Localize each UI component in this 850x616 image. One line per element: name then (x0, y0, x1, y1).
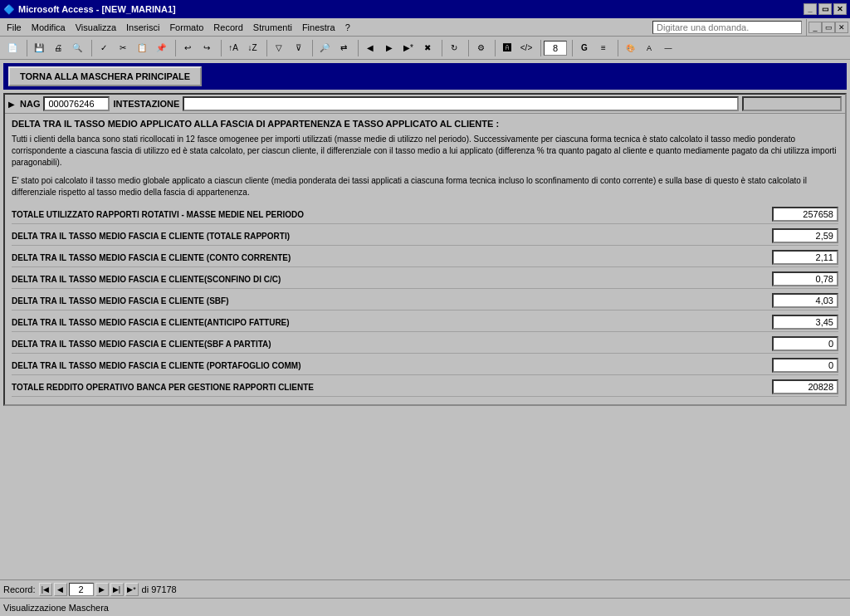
copy-button[interactable]: 📋 (133, 39, 151, 57)
data-row-label-6: DELTA TRA IL TASSO MEDIO FASCIA E CLIENT… (12, 340, 772, 349)
refresh-button[interactable]: ↻ (445, 39, 463, 57)
undo-button[interactable]: ↩ (178, 39, 197, 57)
status-bar: Record: |◀ ◀ 2 ▶ ▶| ▶* di 97178 (0, 579, 850, 598)
data-row-label-5: DELTA TRA IL TASSO MEDIO FASCIA E CLIENT… (12, 318, 772, 327)
top-button-bar: TORNA ALLA MASCHERA PRINCIPALE (3, 63, 847, 90)
data-row-value-7[interactable]: 0 (772, 358, 838, 373)
back-to-main-button[interactable]: TORNA ALLA MASCHERA PRINCIPALE (8, 66, 202, 86)
restore-button[interactable]: ▭ (818, 3, 832, 15)
nav-last-button[interactable]: ▶| (110, 583, 124, 596)
data-row-label-8: TOTALE REDDITO OPERATIVO BANCA PER GESTI… (12, 383, 772, 392)
nav-new-button[interactable]: ▶* (125, 583, 139, 596)
search-input[interactable] (652, 21, 802, 34)
view-mode-label: Visualizzazione Maschera (3, 603, 109, 613)
close-button[interactable]: ✕ (833, 3, 847, 15)
cut-button[interactable]: ✂ (114, 39, 132, 57)
inner-restore-button[interactable]: ▭ (822, 22, 835, 33)
title-bar-left: 🔷 Microsoft Access - [NEW_MARINA1] (3, 4, 176, 15)
data-row-5: DELTA TRA IL TASSO MEDIO FASCIA E CLIENT… (12, 313, 838, 332)
data-row-value-4[interactable]: 4,03 (772, 293, 838, 308)
bold-button[interactable]: G (575, 39, 594, 57)
code-button[interactable]: </> (517, 39, 535, 57)
font-color-button[interactable]: A (640, 39, 658, 57)
nav-first-button[interactable]: |◀ (39, 583, 52, 596)
line-button[interactable]: — (659, 39, 677, 57)
data-row-value-1[interactable]: 2,59 (772, 228, 838, 243)
content-paragraph-2: E' stato poi calcolato il tasso medio gl… (12, 175, 838, 198)
total-records: di 97178 (142, 584, 177, 594)
content-paragraph-1: Tutti i clienti della banca sono stati r… (12, 134, 838, 169)
app-icon: 🔷 (3, 4, 15, 15)
sort-desc-button[interactable]: ↓Z (243, 39, 261, 57)
nag-label: NAG (20, 99, 40, 109)
record-number-input[interactable]: 2 (69, 583, 94, 596)
nav-next-button[interactable]: ▶ (380, 39, 398, 57)
form-area: ▶ NAG 000076246 INTESTAZIONE DELTA TRA I… (3, 93, 847, 406)
filter-apply-button[interactable]: ⊽ (289, 39, 307, 57)
new-record-button[interactable]: ▶* (399, 39, 418, 57)
inner-minimize-button[interactable]: _ (808, 22, 822, 33)
content-title: DELTA TRA IL TASSO MEDIO APPLICATO ALLA … (12, 119, 838, 129)
filter-button[interactable]: ▽ (270, 39, 288, 57)
title-bar-controls: _ ▭ ✕ (804, 3, 847, 15)
data-row-8: TOTALE REDDITO OPERATIVO BANCA PER GESTI… (12, 378, 838, 397)
menu-help[interactable]: ? (340, 21, 355, 34)
minimize-button[interactable]: _ (804, 3, 817, 15)
extra-field[interactable] (742, 96, 842, 111)
spell-button[interactable]: ✓ (95, 39, 113, 57)
main-area: TORNA ALLA MASCHERA PRINCIPALE ▶ NAG 000… (0, 60, 850, 579)
menu-file[interactable]: File (2, 21, 27, 34)
menu-bar: File Modifica Visualizza Inserisci Forma… (0, 18, 850, 37)
title-bar: 🔷 Microsoft Access - [NEW_MARINA1] _ ▭ ✕ (0, 0, 850, 18)
menu-strumenti[interactable]: Strumenti (248, 21, 297, 34)
window-body: File Modifica Visualizza Inserisci Forma… (0, 18, 850, 616)
nav-prev-button[interactable]: ◀ (361, 39, 379, 57)
data-row-2: DELTA TRA IL TASSO MEDIO FASCIA E CLIENT… (12, 248, 838, 267)
data-row-value-8[interactable]: 20828 (772, 379, 838, 394)
menu-record[interactable]: Record (208, 21, 247, 34)
redo-button[interactable]: ↪ (198, 39, 216, 57)
record-nav: |◀ ◀ 2 ▶ ▶| ▶* (39, 583, 139, 596)
data-row-value-3[interactable]: 0,78 (772, 271, 838, 286)
data-row-value-2[interactable]: 2,11 (772, 250, 838, 265)
intestazione-value[interactable] (183, 96, 739, 111)
nav-prev-record-button[interactable]: ◀ (54, 583, 67, 596)
center-button[interactable]: ≡ (594, 39, 613, 57)
data-row-3: DELTA TRA IL TASSO MEDIO FASCIA E CLIENT… (12, 270, 838, 289)
sort-asc-button[interactable]: ↑A (224, 39, 242, 57)
preview-button[interactable]: 🔍 (68, 39, 86, 57)
menu-modifica[interactable]: Modifica (27, 21, 71, 34)
fill-color-button[interactable]: 🎨 (621, 39, 639, 57)
menu-finestra[interactable]: Finestra (297, 21, 340, 34)
paste-button[interactable]: 📌 (152, 39, 170, 57)
autoform-button[interactable]: 🅰 (498, 39, 516, 57)
menu-formato[interactable]: Formato (164, 21, 208, 34)
save-button[interactable]: 💾 (30, 39, 48, 57)
data-row-value-0[interactable]: 257658 (772, 207, 838, 222)
record-pointer: ▶ (8, 100, 15, 109)
delete-record-button[interactable]: ✖ (418, 39, 437, 57)
data-row-label-1: DELTA TRA IL TASSO MEDIO FASCIA E CLIENT… (12, 232, 772, 241)
print-button[interactable]: 🖨 (49, 39, 67, 57)
data-row-value-5[interactable]: 3,45 (772, 315, 838, 330)
find-button[interactable]: 🔎 (315, 39, 334, 57)
menu-visualizza[interactable]: Visualizza (71, 21, 121, 34)
replace-button[interactable]: ⇄ (335, 39, 353, 57)
fontsize-input[interactable]: 8 (544, 41, 567, 56)
menu-inserisci[interactable]: Inserisci (121, 21, 164, 34)
properties-button[interactable]: ⚙ (471, 39, 490, 57)
data-row-0: TOTALE UTILIZZATO RAPPORTI ROTATIVI - MA… (12, 205, 838, 224)
nag-value[interactable]: 000076246 (43, 96, 110, 111)
data-row-value-6[interactable]: 0 (772, 336, 838, 351)
data-row-1: DELTA TRA IL TASSO MEDIO FASCIA E CLIENT… (12, 227, 838, 246)
new-button[interactable]: 📄 (3, 39, 22, 57)
data-row-7: DELTA TRA IL TASSO MEDIO FASCIA E CLIENT… (12, 356, 838, 375)
data-row-label-2: DELTA TRA IL TASSO MEDIO FASCIA E CLIENT… (12, 253, 772, 262)
data-row-label-7: DELTA TRA IL TASSO MEDIO FASCIA E CLIENT… (12, 361, 772, 370)
data-row-label-0: TOTALE UTILIZZATO RAPPORTI ROTATIVI - MA… (12, 210, 772, 219)
record-header: ▶ NAG 000076246 INTESTAZIONE (5, 95, 845, 114)
inner-close-button[interactable]: ✕ (835, 22, 848, 33)
nav-next-record-button[interactable]: ▶ (95, 583, 109, 596)
toolbar: 📄 💾 🖨 🔍 ✓ ✂ 📋 📌 ↩ ↪ ↑A ↓Z ▽ ⊽ 🔎 ⇄ ◀ ▶ ▶*… (0, 37, 850, 60)
data-row-6: DELTA TRA IL TASSO MEDIO FASCIA E CLIENT… (12, 335, 838, 354)
